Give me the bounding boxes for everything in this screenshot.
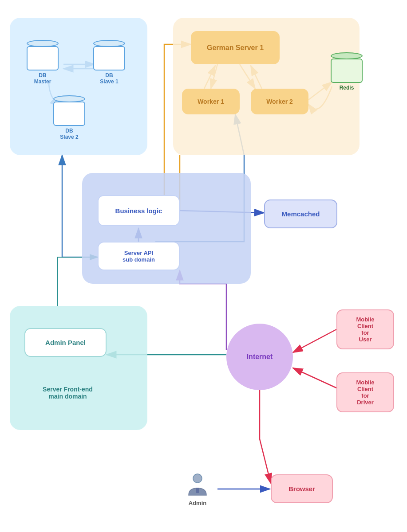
- db-slave2-node: DB Slave 2: [53, 95, 85, 140]
- adminpanel-node: Admin Panel: [24, 328, 107, 357]
- redis-node: Redis: [331, 52, 363, 91]
- db-slave1-node: DB Slave 1: [93, 40, 125, 85]
- admin-icon: [184, 472, 211, 499]
- admin-node: Admin: [178, 469, 217, 509]
- mobile-driver-node: Mobile Client for Driver: [336, 372, 394, 412]
- db-master-node: DB Master: [27, 40, 59, 85]
- diagram-container: DB Master DB Slave 1 DB Slave 2 German S…: [0, 0, 407, 532]
- svg-line-17: [293, 329, 336, 352]
- serverapi-node: Server API sub domain: [98, 242, 180, 270]
- frontend-label: Server Front-end main domain: [27, 386, 109, 400]
- svg-rect-21: [196, 488, 199, 493]
- german-server1-node: German Server 1: [191, 31, 280, 64]
- memcached-node: Memcached: [264, 200, 337, 228]
- bizlogic-node: Business logic: [98, 195, 180, 226]
- worker1-node: Worker 1: [182, 89, 240, 114]
- svg-point-20: [193, 474, 202, 483]
- svg-line-18: [293, 368, 336, 388]
- mobile-user-node: Mobile Client for User: [336, 309, 394, 349]
- browser-node: Browser: [271, 474, 333, 503]
- internet-node: Internet: [226, 324, 293, 390]
- worker2-node: Worker 2: [251, 89, 308, 114]
- group-frontend: [10, 306, 147, 430]
